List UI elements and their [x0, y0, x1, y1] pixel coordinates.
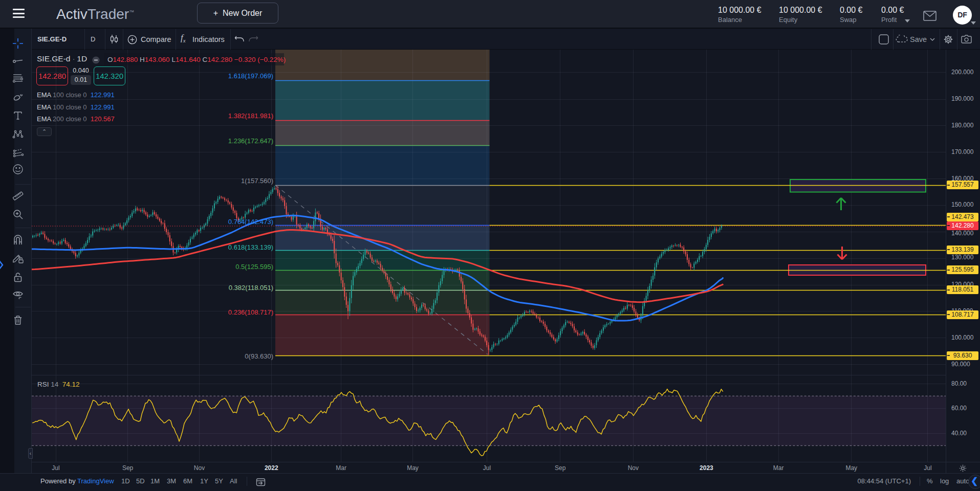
svg-text:0.236(108.717): 0.236(108.717): [228, 308, 273, 316]
svg-text:0.382(118.051): 0.382(118.051): [229, 284, 273, 292]
svg-text:0.5(125.595): 0.5(125.595): [235, 263, 273, 271]
svg-text:1.236(172.647): 1.236(172.647): [228, 137, 273, 145]
svg-text:0(93.630): 0(93.630): [245, 352, 273, 360]
svg-text:1.618(197.069): 1.618(197.069): [228, 72, 273, 80]
svg-text:0.618(133.139): 0.618(133.139): [228, 243, 273, 251]
svg-text:0.764(142.473): 0.764(142.473): [228, 218, 273, 226]
svg-text:1.382(181.981): 1.382(181.981): [228, 112, 273, 120]
svg-text:1(157.560): 1(157.560): [241, 177, 273, 185]
